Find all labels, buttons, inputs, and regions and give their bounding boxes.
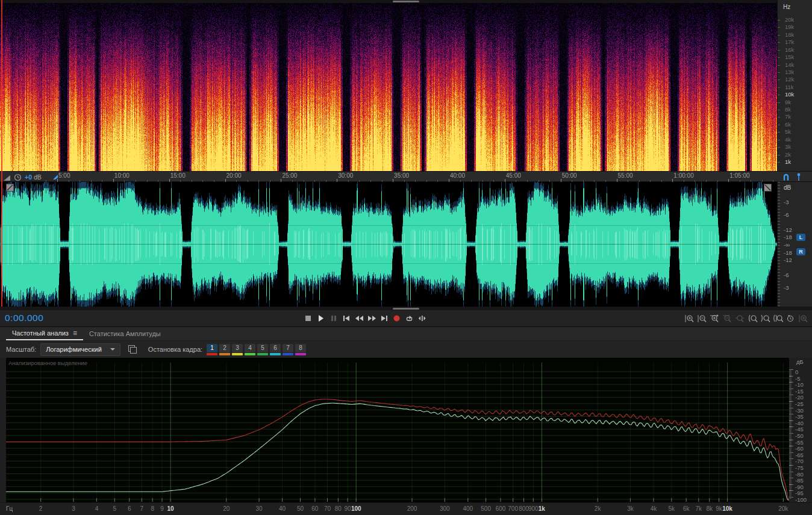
stop-button[interactable] <box>302 313 314 324</box>
plot-freq-label: 8 <box>151 505 154 512</box>
plot-freq-label: 300 <box>440 505 450 512</box>
scrollbar-handle[interactable] <box>393 1 419 2</box>
fade-out-handle[interactable] <box>764 184 772 192</box>
zoom-in-selection-button[interactable] <box>708 313 721 324</box>
panel-menu-icon[interactable]: ≡ <box>73 329 77 337</box>
fade-in-handle[interactable] <box>6 184 14 192</box>
ruler-time-label: 1:00:00 <box>673 172 693 179</box>
copy-button[interactable] <box>126 344 139 355</box>
chip-number: 2 <box>219 344 230 352</box>
plot-freq-label: 5 <box>113 505 117 512</box>
plot-db-label: -20 <box>795 395 804 400</box>
record-button[interactable] <box>390 313 403 324</box>
zoom-out-selection-button[interactable] <box>721 313 734 324</box>
plot-freq-label: 2 <box>39 505 43 512</box>
frequency-analysis-panel: Частотный анализ ≡ Статистика Амплитуды … <box>0 327 812 515</box>
hz-axis-label: 2k <box>785 152 791 158</box>
freeze-chip-4[interactable]: 4 <box>245 344 255 355</box>
plot-freq-label: 70 <box>324 505 331 512</box>
plot-db-label: -70 <box>795 458 804 464</box>
zoom-selection-right-button[interactable] <box>759 313 772 324</box>
freeze-chip-1[interactable]: 1 <box>207 344 217 355</box>
zoom-reset-button[interactable] <box>734 313 746 324</box>
plot-db-label: -95 <box>795 490 804 496</box>
plot-db-label: -50 <box>795 433 804 439</box>
playhead-time[interactable]: 0:00.000 <box>5 313 43 323</box>
rewind-button[interactable] <box>352 313 365 324</box>
snap-magnet-icon[interactable] <box>782 173 790 181</box>
plot-db-label: -25 <box>795 401 804 407</box>
zoom-selection-left-button[interactable] <box>746 313 759 324</box>
loop-playback-button[interactable] <box>403 313 416 324</box>
channel-badge-l[interactable]: L <box>796 234 805 241</box>
zoom-out-button[interactable] <box>696 313 708 324</box>
freeze-chip-7[interactable]: 7 <box>283 344 293 355</box>
freeze-chip-3[interactable]: 3 <box>232 344 243 355</box>
db-axis-ticks <box>778 182 780 307</box>
marker-pin-icon[interactable] <box>795 173 802 181</box>
ruler-time-label: 35:00 <box>394 172 409 179</box>
plot-db-label: -90 <box>795 484 804 490</box>
pause-button[interactable] <box>327 313 340 324</box>
hz-axis-label: 16k <box>785 47 794 53</box>
plot-freq-label: 2k <box>595 505 601 512</box>
tab-frequency-analysis[interactable]: Частотный анализ ≡ <box>6 327 83 340</box>
plot-freq-label: 10k <box>722 505 732 512</box>
plot-db-label: -15 <box>795 389 804 394</box>
hz-axis-label: 7k <box>785 114 791 120</box>
ruler-time-label: 40:00 <box>450 172 465 179</box>
channel-badge-r[interactable]: R <box>796 248 805 255</box>
axis-tick <box>778 80 780 80</box>
plot-freq-label: 90 <box>345 505 351 512</box>
scale-value: Логарифмический <box>46 346 102 353</box>
freeze-chip-6[interactable]: 6 <box>270 344 281 355</box>
zoom-in-button[interactable] <box>683 313 696 324</box>
zoom-full-button[interactable] <box>784 313 797 324</box>
plot-db-label: -45 <box>795 426 804 432</box>
plot-freq-label: 7 <box>140 505 144 512</box>
axis-tick <box>778 132 780 133</box>
plot-db-label: -60 <box>795 446 804 451</box>
frequency-plot[interactable] <box>6 358 789 502</box>
plot-db-label: -65 <box>795 452 804 458</box>
zoom-in-full-button[interactable] <box>797 313 810 324</box>
freeze-chip-5[interactable]: 5 <box>257 344 268 355</box>
db-axis-label: -12 <box>784 257 792 263</box>
skip-to-end-button[interactable] <box>378 313 390 324</box>
fast-forward-button[interactable] <box>365 313 378 324</box>
scrollbar-handle[interactable] <box>393 308 419 310</box>
skip-to-start-button[interactable] <box>340 313 352 324</box>
chip-number: 1 <box>207 344 217 352</box>
freeze-chip-8[interactable]: 8 <box>295 344 306 355</box>
timeline-ruler[interactable]: +0 dB 5:0010:0015:0020:0025:0030:0035:00… <box>0 171 812 182</box>
waveform-display[interactable] <box>0 182 777 307</box>
tab-amplitude-statistics[interactable]: Статистика Амплитуды <box>83 327 167 340</box>
spectrogram-scrollbar[interactable] <box>0 0 777 3</box>
db-ticks-major <box>789 369 793 499</box>
plot-freq-label: 5k <box>669 505 675 512</box>
chip-color-bar <box>207 353 217 355</box>
playhead[interactable] <box>1 0 2 307</box>
hz-axis-label: 10k <box>785 92 794 98</box>
chip-color-bar <box>270 353 281 355</box>
audition-window: Hz 20k19k18k17k16k15k14k13k12k11k10k9k8k… <box>0 0 812 515</box>
freeze-chip-2[interactable]: 2 <box>219 344 230 355</box>
zoom-to-selection-button[interactable] <box>772 313 784 324</box>
plot-db-label: -10 <box>795 382 804 387</box>
spectrogram-display[interactable] <box>0 0 777 171</box>
plot-freq-label: 50 <box>297 505 304 512</box>
freeze-label: Остановка кадра: <box>148 346 202 353</box>
hz-axis-label: 1k <box>785 159 791 165</box>
db-axis-label: -∞ <box>784 242 790 248</box>
scale-select[interactable]: Логарифмический <box>40 343 120 356</box>
hz-axis-label: 3k <box>785 144 791 150</box>
freeze-chip-group: 12345678 <box>207 344 306 355</box>
play-button[interactable] <box>314 313 327 324</box>
ruler-time-label: 20:00 <box>226 172 242 179</box>
chip-number: 4 <box>245 344 255 352</box>
scrub-button[interactable] <box>416 313 428 324</box>
hz-axis-label: 8k <box>785 107 791 113</box>
chip-color-bar <box>295 353 306 355</box>
hz-axis-label: 11k <box>785 84 794 90</box>
plot-freq-label: 3k <box>627 505 634 512</box>
